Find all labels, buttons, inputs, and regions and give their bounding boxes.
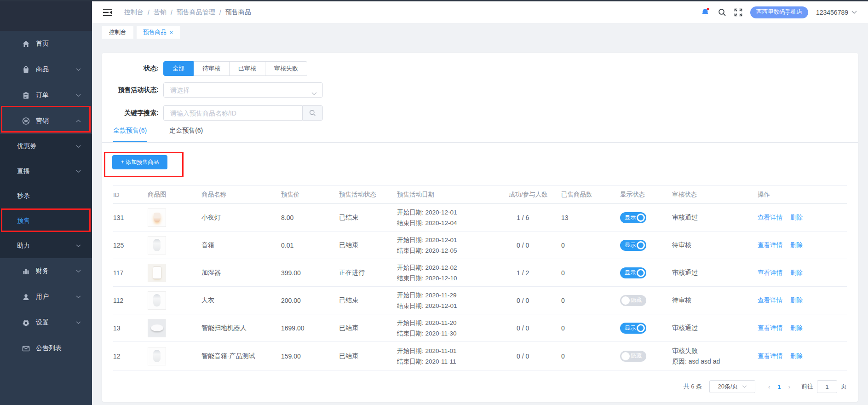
goto-page-input[interactable] [817,380,837,393]
keyword-search-button[interactable] [302,105,323,121]
display-status-toggle[interactable]: 隐藏 [620,351,646,362]
keyword-search-group [163,105,323,121]
toggle-knob [621,352,630,360]
breadcrumb-item[interactable]: 营销 [154,8,167,17]
activity-status-select-value[interactable] [164,87,293,94]
table-row: 13 智能扫地机器人 1699.00 已结束 开始日期: 2020-11-20 … [113,314,847,342]
view-tab-label: 控制台 [109,29,126,36]
sidebar-item-livestream[interactable]: 直播 [0,159,92,184]
sidebar-item-label: 商品 [36,65,49,74]
product-thumbnail [148,347,166,365]
column-header-audit-status: 审核状态 [672,191,758,199]
presale-type-tabs: 全款预售(6) 定金预售(6) [102,127,858,143]
sidebar-item-boost[interactable]: 助力 [0,233,92,258]
sidebar-item-presale[interactable]: 预售 [0,208,92,233]
view-details-link[interactable]: 查看详情 [758,241,782,249]
chevron-down-icon [76,244,81,247]
view-details-link[interactable]: 查看详情 [758,324,782,332]
sidebar-item-orders[interactable]: 订单 [0,82,92,108]
search-icon [309,110,316,116]
sidebar-item-marketing[interactable]: 营销 [0,108,92,134]
status-option-failed[interactable]: 审核失败 [265,61,307,76]
product-thumbnail [148,291,166,310]
add-presale-product-button[interactable]: + 添加预售商品 [112,155,167,169]
end-date: 结束日期: 2020-11-30 [397,328,505,339]
pagination: 共 6 条 20条/页 ‹ 1 › 前往 页 [684,380,847,393]
view-tab-presale-goods[interactable]: 预售商品 × [137,26,180,39]
shop-name-badge[interactable]: 西西里数码手机店 [750,6,808,18]
cell-product-name: 小夜灯 [201,214,281,222]
table-row: 117 加湿器 399.00 正在进行 开始日期: 2020-12-02 结束日… [113,259,847,287]
user-menu[interactable]: 123456789 [816,9,857,16]
chevron-down-icon [851,11,857,14]
close-icon[interactable]: × [170,29,173,35]
sidebar-item-label: 优惠券 [17,142,36,150]
cell-activity-status: 已结束 [339,241,397,249]
view-details-link[interactable]: 查看详情 [758,352,782,360]
notification-bell-icon[interactable] [701,7,710,17]
display-status-toggle[interactable]: 显示 [620,240,646,251]
activity-status-select[interactable] [163,82,323,98]
fullscreen-icon[interactable] [734,8,742,17]
cell-sold-count: 0 [561,269,620,277]
sidebar-item-label: 设置 [36,318,49,327]
cell-sold-count: 0 [561,242,620,249]
sidebar-item-announcements[interactable]: 公告列表 [0,336,92,361]
toggle-label: 显示 [625,269,636,277]
sidebar-item-label: 秒杀 [17,192,30,200]
username-text: 123456789 [816,9,848,16]
next-page-button[interactable]: › [784,383,795,390]
view-details-link[interactable]: 查看详情 [758,296,782,305]
cell-actions: 查看详情 删除 [758,214,846,222]
keyword-search-input[interactable] [163,105,302,121]
cell-sold-count: 13 [561,214,620,221]
status-option-all[interactable]: 全部 [163,61,194,76]
status-option-reviewed[interactable]: 已审核 [230,61,265,76]
sidebar-item-users[interactable]: 用户 [0,284,92,310]
delete-link[interactable]: 删除 [790,352,803,360]
tab-deposit-presale[interactable]: 定金预售(6) [169,127,203,142]
toggle-label: 隐藏 [631,296,642,304]
cell-id: 112 [113,297,148,304]
sidebar-item-flash-sale[interactable]: 秒杀 [0,184,92,208]
filter-row-activity-status: 预售活动状态: [102,82,323,98]
user-icon [22,293,30,301]
delete-link[interactable]: 删除 [790,241,803,249]
cell-activity-date: 开始日期: 2020-12-02 结束日期: 2020-12-10 [397,262,509,284]
page-size-select[interactable]: 20条/页 [709,380,755,393]
delete-link[interactable]: 删除 [790,214,803,222]
tab-full-payment-presale[interactable]: 全款预售(6) [113,127,147,142]
breadcrumb-item[interactable]: 控制台 [124,8,144,17]
toggle-label: 显示 [625,324,636,332]
view-tab-console[interactable]: 控制台 [102,26,133,39]
cell-price: 200.00 [281,297,339,304]
status-option-pending[interactable]: 待审核 [194,61,230,76]
display-status-toggle[interactable]: 显示 [620,267,646,278]
sidebar-item-home[interactable]: 首页 [0,31,92,57]
delete-link[interactable]: 删除 [790,296,803,305]
sidebar-item-goods[interactable]: 商品 [0,57,92,82]
activity-status-label: 预售活动状态: [102,86,163,94]
chevron-down-icon [742,385,747,388]
breadcrumb-item[interactable]: 预售商品管理 [177,8,215,17]
sidebar-item-finance[interactable]: 财务 [0,258,92,284]
search-icon[interactable] [718,8,726,17]
display-status-toggle[interactable]: 显示 [620,212,646,223]
delete-link[interactable]: 删除 [790,324,803,332]
start-date: 开始日期: 2020-12-02 [397,262,505,273]
cell-audit-status: 审核通过 [672,324,758,332]
delete-link[interactable]: 删除 [790,269,803,277]
total-count-text: 共 6 条 [684,382,702,391]
display-status-toggle[interactable]: 隐藏 [620,295,646,306]
display-status-toggle[interactable]: 显示 [620,323,646,334]
view-details-link[interactable]: 查看详情 [758,269,782,277]
view-details-link[interactable]: 查看详情 [758,214,782,222]
sidebar-item-coupons[interactable]: 优惠券 [0,134,92,159]
page-number-current[interactable]: 1 [775,383,783,390]
bar-chart-icon [22,267,30,275]
sidebar-collapse-icon[interactable] [103,9,112,16]
view-tab-label: 预售商品 [144,29,167,36]
sidebar-item-settings[interactable]: 设置 [0,310,92,336]
prev-page-button[interactable]: ‹ [764,383,775,390]
toggle-label: 显示 [625,214,636,221]
